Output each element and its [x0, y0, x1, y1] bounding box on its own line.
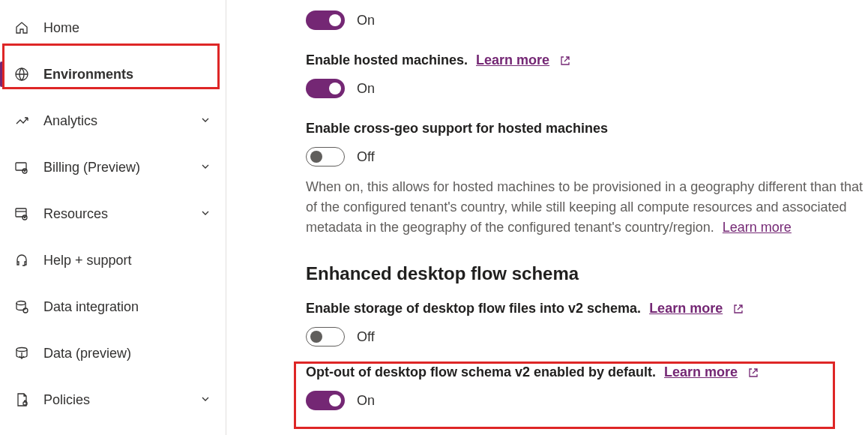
sidebar-item-help-support[interactable]: Help + support — [0, 237, 226, 284]
setting-hosted-machines-title: Enable hosted machines. Learn more — [306, 52, 868, 68]
sidebar-item-home[interactable]: Home — [0, 4, 226, 51]
setting-cross-geo-desc: When on, this allows for hosted machines… — [306, 177, 868, 238]
svg-point-7 — [16, 348, 27, 352]
chevron-down-icon — [200, 208, 212, 220]
learn-more-cross-geo[interactable]: Learn more — [723, 220, 792, 235]
external-link-icon — [732, 303, 744, 315]
sidebar-item-label: Data (preview) — [43, 346, 131, 362]
sidebar-item-data-integration[interactable]: Data integration — [0, 284, 226, 330]
section-header-enhanced-schema: Enhanced desktop flow schema — [306, 263, 868, 284]
globe-icon — [13, 66, 30, 82]
billing-icon — [13, 159, 30, 176]
setting-v2-schema-title: Enable storage of desktop flow files int… — [306, 301, 868, 316]
sidebar: Home Environments Analytics Billing (Pre… — [0, 0, 226, 435]
toggle-v2-schema-state: Off — [357, 329, 375, 345]
svg-point-5 — [16, 302, 25, 305]
sidebar-item-environments[interactable]: Environments — [0, 51, 226, 98]
sidebar-item-billing[interactable]: Billing (Preview) — [0, 144, 226, 190]
headset-icon — [13, 252, 30, 268]
chevron-down-icon — [200, 115, 212, 127]
external-link-icon — [747, 367, 759, 379]
toggle-hosted-machines-state: On — [357, 81, 375, 97]
sidebar-item-label: Data integration — [43, 299, 139, 315]
sidebar-item-label: Billing (Preview) — [43, 160, 140, 176]
toggle-cross-geo[interactable] — [306, 147, 345, 166]
sidebar-item-label: Resources — [43, 206, 108, 222]
sidebar-item-data-preview[interactable]: Data (preview) — [0, 330, 226, 376]
learn-more-opt-out[interactable]: Learn more — [664, 364, 738, 380]
toggle-opt-out-state: On — [357, 393, 375, 409]
learn-more-hosted[interactable]: Learn more — [476, 52, 549, 68]
sidebar-item-label: Environments — [43, 67, 133, 82]
analytics-icon — [13, 112, 30, 129]
sidebar-item-label: Analytics — [43, 113, 97, 129]
learn-more-v2[interactable]: Learn more — [649, 301, 723, 316]
data-integration-icon — [13, 298, 30, 315]
toggle-top[interactable] — [306, 10, 345, 30]
external-link-icon — [559, 55, 571, 67]
toggle-hosted-machines[interactable] — [306, 79, 345, 98]
toggle-v2-schema[interactable] — [306, 327, 345, 346]
content-panel: On Enable hosted machines. Learn more On… — [226, 0, 868, 435]
home-icon — [13, 20, 30, 36]
sidebar-item-resources[interactable]: Resources — [0, 190, 226, 237]
toggle-top-state: On — [357, 13, 375, 28]
setting-opt-out-title: Opt-out of desktop flow schema v2 enable… — [306, 364, 868, 380]
sidebar-item-label: Home — [43, 20, 79, 36]
data-preview-icon — [13, 345, 30, 362]
setting-cross-geo-title: Enable cross-geo support for hosted mach… — [306, 121, 868, 136]
toggle-cross-geo-state: Off — [357, 149, 375, 165]
chevron-down-icon — [200, 394, 212, 406]
sidebar-item-label: Policies — [43, 392, 90, 408]
resources-icon — [13, 206, 30, 222]
sidebar-item-policies[interactable]: Policies — [0, 376, 226, 423]
policies-icon — [13, 392, 30, 408]
chevron-down-icon — [200, 161, 212, 173]
sidebar-item-analytics[interactable]: Analytics — [0, 98, 226, 144]
sidebar-item-label: Help + support — [43, 253, 132, 268]
toggle-opt-out[interactable] — [306, 391, 345, 410]
